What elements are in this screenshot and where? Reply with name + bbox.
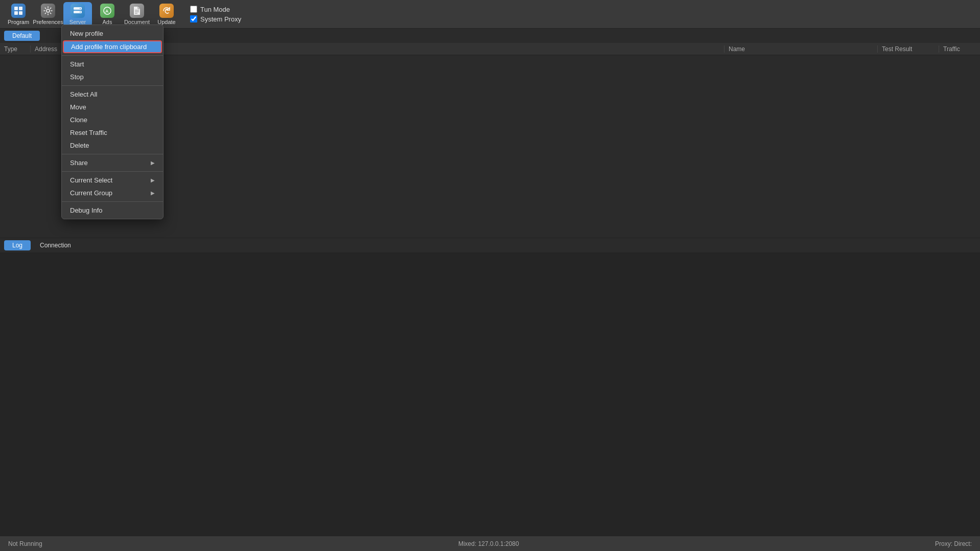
menu-sep-3 <box>62 154 163 154</box>
menu-sep-5 <box>62 201 163 202</box>
menu-sep-1 <box>62 55 163 56</box>
menu-select-all[interactable]: Select All <box>62 88 163 101</box>
toolbar-checkboxes: Tun Mode System Proxy <box>190 6 241 23</box>
svg-point-4 <box>46 9 50 12</box>
not-running-label: Not Running <box>8 540 42 547</box>
toolbar-program-label: Program <box>8 19 29 25</box>
menu-delete[interactable]: Delete <box>62 139 163 152</box>
svg-rect-3 <box>19 11 22 15</box>
toolbar-update-button[interactable]: Update <box>152 2 181 27</box>
svg-rect-0 <box>14 7 18 10</box>
share-submenu-arrow: ▶ <box>151 160 155 166</box>
server-icon <box>71 4 85 18</box>
toolbar-preferences-button[interactable]: Preferences <box>34 2 62 27</box>
menu-current-select[interactable]: Current Select ▶ <box>62 174 163 187</box>
system-proxy-label: System Proxy <box>200 15 241 23</box>
svg-point-7 <box>80 8 81 9</box>
status-left: Not Running <box>8 540 42 547</box>
menu-new-profile[interactable]: New profile <box>62 27 163 40</box>
menu-sep-4 <box>62 171 163 172</box>
update-icon <box>159 4 174 18</box>
preferences-icon <box>41 4 55 18</box>
document-icon <box>130 4 144 18</box>
log-tab[interactable]: Log <box>4 240 31 250</box>
toolbar-update-label: Update <box>157 19 175 25</box>
menu-current-group[interactable]: Current Group ▶ <box>62 187 163 199</box>
col-name-header: Name <box>725 45 878 53</box>
current-group-submenu-arrow: ▶ <box>151 190 155 196</box>
toolbar-document-label: Document <box>124 19 150 25</box>
svg-point-8 <box>80 11 81 12</box>
context-menu: New profile Add profile from clipboard S… <box>61 25 164 219</box>
col-test-result-header: Test Result <box>878 45 939 53</box>
tun-mode-row: Tun Mode <box>190 6 241 13</box>
col-traffic-header: Traffic <box>939 45 980 53</box>
bottom-area: Log Connection <box>0 238 980 536</box>
svg-rect-2 <box>14 11 18 15</box>
default-tab[interactable]: Default <box>4 31 40 41</box>
toolbar-preferences-label: Preferences <box>33 19 63 25</box>
svg-text:A: A <box>105 9 109 14</box>
svg-rect-1 <box>19 7 22 10</box>
current-select-submenu-arrow: ▶ <box>151 177 155 183</box>
menu-share[interactable]: Share ▶ <box>62 156 163 169</box>
menu-start[interactable]: Start <box>62 58 163 71</box>
program-icon <box>11 4 26 18</box>
status-center: Mixed: 127.0.0.1:2080 <box>42 540 935 547</box>
menu-sep-2 <box>62 85 163 86</box>
menu-reset-traffic[interactable]: Reset Traffic <box>62 126 163 139</box>
menu-add-profile-clipboard[interactable]: Add profile from clipboard <box>63 40 162 53</box>
tun-mode-checkbox[interactable] <box>190 6 197 13</box>
system-proxy-checkbox[interactable] <box>190 15 197 22</box>
toolbar-server-label: Server <box>69 19 86 25</box>
toolbar-ads-label: Ads <box>103 19 112 25</box>
tun-mode-label: Tun Mode <box>200 6 230 13</box>
menu-clone[interactable]: Clone <box>62 113 163 126</box>
bottom-content <box>0 253 980 536</box>
system-proxy-row: System Proxy <box>190 15 241 23</box>
status-bar: Not Running Mixed: 127.0.0.1:2080 Proxy:… <box>0 536 980 551</box>
status-right: Proxy: Direct: <box>935 540 972 547</box>
proxy-label: Proxy: <box>935 540 952 547</box>
menu-debug-info[interactable]: Debug Info <box>62 204 163 217</box>
toolbar-document-button[interactable]: Document <box>123 2 151 27</box>
mixed-address-label: Mixed: 127.0.0.1:2080 <box>458 540 519 547</box>
direct-label: Direct: <box>954 540 972 547</box>
toolbar-program-button[interactable]: Program <box>4 2 33 27</box>
connection-tab[interactable]: Connection <box>32 240 79 250</box>
toolbar-server-button[interactable]: Server <box>63 2 92 27</box>
bottom-tab-bar: Log Connection <box>0 238 980 253</box>
menu-move[interactable]: Move <box>62 101 163 113</box>
ads-icon: A <box>100 4 114 18</box>
toolbar-ads-button[interactable]: A Ads <box>93 2 122 27</box>
menu-stop[interactable]: Stop <box>62 71 163 83</box>
col-type-header: Type <box>0 45 31 53</box>
